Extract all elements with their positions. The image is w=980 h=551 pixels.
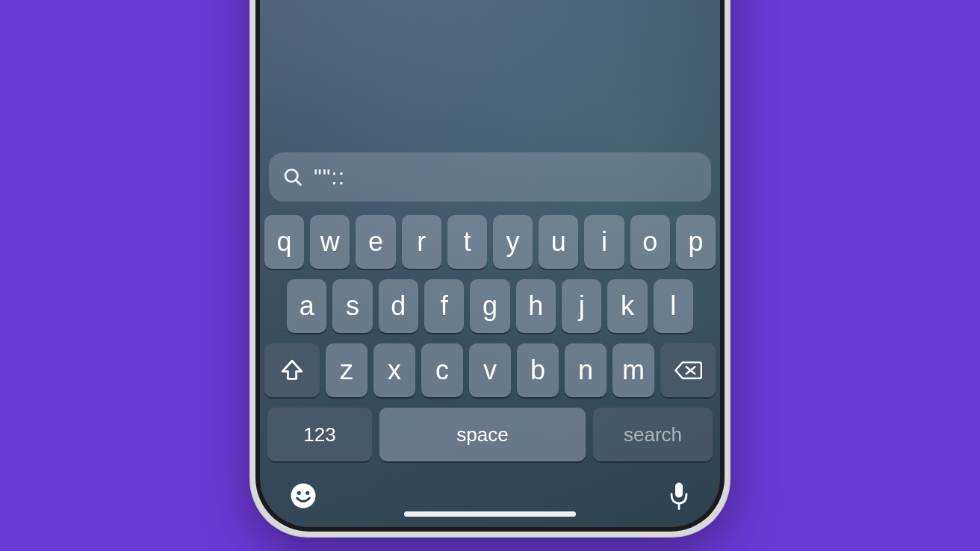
key-i[interactable]: i <box>584 215 624 269</box>
key-search-label: search <box>624 423 682 446</box>
key-k[interactable]: k <box>607 279 647 333</box>
key-f[interactable]: f <box>424 279 464 333</box>
key-s[interactable]: s <box>332 279 372 333</box>
key-r[interactable]: r <box>402 215 441 269</box>
svg-rect-7 <box>675 483 683 498</box>
svg-point-5 <box>297 491 301 495</box>
shift-icon <box>279 358 305 383</box>
key-y[interactable]: y <box>493 215 533 269</box>
svg-point-4 <box>291 484 316 508</box>
backspace-icon <box>674 359 702 382</box>
key-p[interactable]: p <box>676 215 716 269</box>
search-icon <box>282 166 303 187</box>
keyboard-row-2: a s d f g h j k l <box>264 279 716 333</box>
key-t[interactable]: t <box>447 215 487 269</box>
key-shift[interactable] <box>264 343 320 397</box>
spotlight-search-bar[interactable]: "":: <box>269 152 711 202</box>
key-n[interactable]: n <box>565 343 607 397</box>
keyboard-row-1: q w e r t y u i o p <box>264 215 716 269</box>
keyboard-bottom-bar <box>260 470 720 527</box>
dictation-icon[interactable] <box>668 481 690 511</box>
svg-point-6 <box>306 491 309 495</box>
key-space-label: space <box>456 423 508 446</box>
key-numeric[interactable]: 123 <box>267 408 372 461</box>
home-indicator[interactable] <box>404 511 576 517</box>
phone-screen: "":: q w e r t y u i o p a s <box>260 0 720 527</box>
keyboard-row-3: z x c v b n m <box>264 343 716 397</box>
key-m[interactable]: m <box>612 343 654 397</box>
key-backspace[interactable] <box>660 343 716 397</box>
key-v[interactable]: v <box>469 343 511 397</box>
key-space[interactable]: space <box>379 408 586 461</box>
key-z[interactable]: z <box>326 343 368 397</box>
key-o[interactable]: o <box>630 215 670 269</box>
key-b[interactable]: b <box>517 343 559 397</box>
key-g[interactable]: g <box>470 279 509 333</box>
key-search[interactable]: search <box>593 408 713 461</box>
key-numeric-label: 123 <box>303 423 335 446</box>
key-j[interactable]: j <box>562 279 601 333</box>
phone-bezel: "":: q w e r t y u i o p a s <box>255 0 725 532</box>
key-u[interactable]: u <box>539 215 578 269</box>
key-x[interactable]: x <box>373 343 415 397</box>
search-input-value[interactable]: "":: <box>314 164 345 190</box>
key-a[interactable]: a <box>287 279 326 333</box>
key-l[interactable]: l <box>654 279 693 333</box>
phone-frame: "":: q w e r t y u i o p a s <box>249 0 731 538</box>
key-h[interactable]: h <box>516 279 556 333</box>
keyboard: q w e r t y u i o p a s d f g h <box>260 215 720 470</box>
keyboard-row-4: 123 space search <box>264 408 716 461</box>
emoji-icon[interactable] <box>290 482 317 509</box>
key-c[interactable]: c <box>421 343 463 397</box>
svg-line-1 <box>297 181 301 185</box>
key-d[interactable]: d <box>379 279 418 333</box>
key-w[interactable]: w <box>310 215 350 269</box>
key-e[interactable]: e <box>356 215 395 269</box>
key-q[interactable]: q <box>264 215 304 269</box>
